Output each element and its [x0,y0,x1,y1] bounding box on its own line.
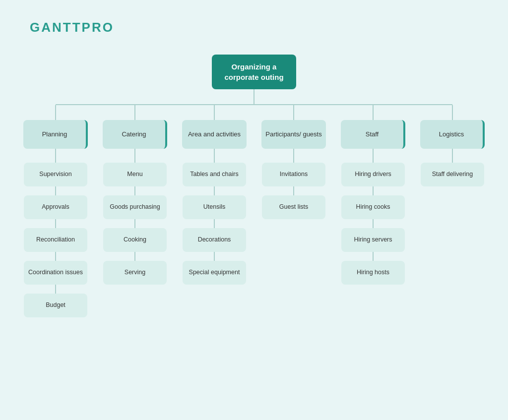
level2-invitations: Invitations [262,163,325,186]
level2-hiring-cooks: Hiring cooks [341,195,405,219]
level1-logistics: Logistics [420,120,485,149]
level2-hiring-hosts: Hiring hosts [341,261,405,285]
col-area: Area and activities Tables and chairs Ut… [175,105,254,285]
root-node: Organizing a corporate outing [212,55,296,89]
level2-hiring-servers: Hiring servers [341,228,405,252]
level2-coordination: Coordination issues [24,261,87,285]
level2-tables: Tables and chairs [183,163,246,186]
col-logistics: Logistics Staff delivering [413,105,492,186]
chart-container: Organizing a corporate outing Planning S… [10,55,498,410]
level2-serving: Serving [103,261,167,285]
level2-cooking: Cooking [103,228,167,252]
col-planning: Planning Supervision Approvals Reconcili… [16,105,95,317]
level1-catering: Catering [103,120,167,149]
level1-staff: Staff [341,120,405,149]
level2-hiring-drivers: Hiring drivers [341,163,405,186]
level2-guestlists: Guest lists [262,195,325,219]
level2-utensils: Utensils [183,195,246,219]
level2-staff-delivering: Staff delivering [421,163,484,186]
level2-special: Special equipment [183,261,246,285]
level2-budget: Budget [24,294,87,317]
col-catering: Catering Menu Goods purchasing Cooking S… [95,105,175,285]
level2-approvals: Approvals [24,195,87,219]
col-staff: Staff Hiring drivers Hiring cooks Hiring… [333,105,413,285]
level1-area: Area and activities [182,120,247,149]
level2-supervision: Supervision [24,163,87,186]
level2-reconciliation: Reconciliation [24,228,87,252]
level1-planning: Planning [23,120,88,149]
logo: GANTTPRO [30,20,114,35]
col-participants: Participants/ guests Invitations Guest l… [254,105,333,219]
level2-goods: Goods purchasing [103,195,167,219]
level2-menu: Menu [103,163,167,186]
level1-participants: Participants/ guests [261,120,326,149]
level2-decorations: Decorations [183,228,246,252]
